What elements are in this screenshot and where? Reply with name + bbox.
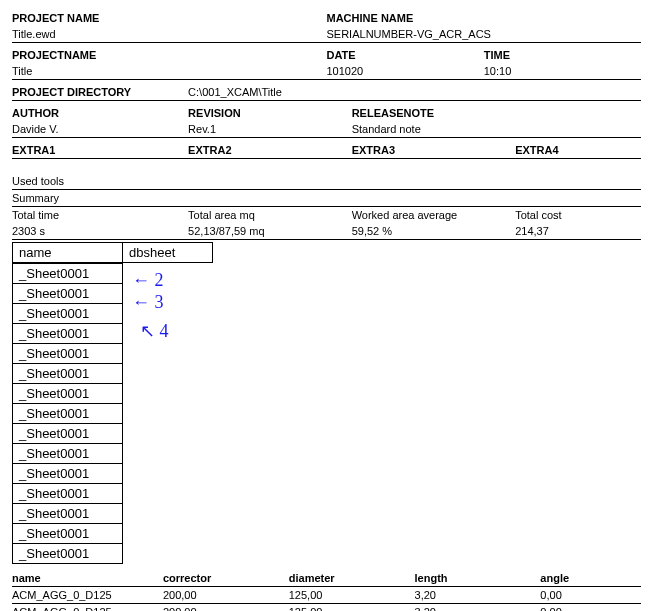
sheet-row-cell: _Sheet0001: [13, 404, 123, 424]
project-name-value: Title.ewd: [12, 28, 327, 40]
author-value: Davide V.: [12, 123, 188, 135]
summary-label: Summary: [12, 192, 641, 204]
machine-name-value: SERIALNUMBER-VG_ACR_ACS: [327, 28, 642, 40]
extra-row: EXTRA1 EXTRA2 EXTRA3 EXTRA4: [12, 142, 641, 159]
annotation-3: ← 3: [132, 292, 164, 313]
tools-cell-diameter: 125,00: [289, 606, 415, 611]
tools-cell-name: ACM_AGG_0_D125: [12, 589, 163, 601]
table-row: _Sheet0001: [13, 384, 123, 404]
tools-cell-corrector: 200,00: [163, 606, 289, 611]
header-row-1-values: Title.ewd SERIALNUMBER-VG_ACR_ACS: [12, 26, 641, 43]
sheet-name-header: name: [13, 243, 123, 263]
total-time-value: 2303 s: [12, 225, 188, 237]
machine-name-label: MACHINE NAME: [327, 12, 642, 24]
total-time-label: Total time: [12, 209, 188, 221]
table-row: _Sheet0001: [13, 424, 123, 444]
revision-value: Rev.1: [188, 123, 352, 135]
tools-body: ACM_AGG_0_D125200,00125,003,200,00ACM_AG…: [12, 587, 641, 611]
revision-label: REVISION: [188, 107, 352, 119]
extra2-label: EXTRA2: [188, 144, 352, 156]
tools-cell-length: 3,20: [415, 606, 541, 611]
annotation-4: ↖ 4: [140, 320, 169, 342]
summary-label-row: Summary: [12, 190, 641, 207]
tools-cell-name: ACM_AGG_0_D125: [12, 606, 163, 611]
table-row: _Sheet0001: [13, 284, 123, 304]
tools-cell-diameter: 125,00: [289, 589, 415, 601]
sheet-row-cell: _Sheet0001: [13, 344, 123, 364]
extra1-label: EXTRA1: [12, 144, 188, 156]
table-row: _Sheet0001: [13, 464, 123, 484]
projectname2-label: PROJECTNAME: [12, 49, 327, 61]
header-row-2-values: Title 101020 10:10: [12, 63, 641, 80]
sheet-row-cell: _Sheet0001: [13, 464, 123, 484]
date-label: DATE: [327, 49, 484, 61]
table-row: _Sheet0001: [13, 304, 123, 324]
table-row: _Sheet0001: [13, 364, 123, 384]
table-row: _Sheet0001: [13, 264, 123, 284]
sheet-row-cell: _Sheet0001: [13, 424, 123, 444]
tools-row: ACM_AGG_0_D125200,00125,003,200,00: [12, 604, 641, 611]
sheet-table-wrap: name dbsheet _Sheet0001_Sheet0001_Sheet0…: [12, 242, 641, 564]
tools-row: ACM_AGG_0_D125200,00125,003,200,00: [12, 587, 641, 604]
tools-cell-angle: 0,00: [540, 589, 641, 601]
project-dir-row: PROJECT DIRECTORY C:\001_XCAM\Title: [12, 84, 641, 101]
table-row: _Sheet0001: [13, 524, 123, 544]
summary-headers: Total time Total area mq Worked area ave…: [12, 207, 641, 223]
sheet-row-cell: _Sheet0001: [13, 304, 123, 324]
tools-cell-length: 3,20: [415, 589, 541, 601]
tools-header-row: name corrector diameter length angle: [12, 570, 641, 587]
projectname2-value: Title: [12, 65, 327, 77]
sheet-row-cell: _Sheet0001: [13, 284, 123, 304]
project-dir-label: PROJECT DIRECTORY: [12, 86, 188, 98]
sheet-row-cell: _Sheet0001: [13, 324, 123, 344]
author-label: AUTHOR: [12, 107, 188, 119]
table-row: _Sheet0001: [13, 444, 123, 464]
tools-cell-corrector: 200,00: [163, 589, 289, 601]
total-cost-label: Total cost: [515, 209, 641, 221]
author-row-labels: AUTHOR REVISION RELEASENOTE: [12, 105, 641, 121]
sheet-body-table: _Sheet0001_Sheet0001_Sheet0001_Sheet0001…: [12, 263, 123, 564]
sheet-row-cell: _Sheet0001: [13, 384, 123, 404]
used-tools-label: Used tools: [12, 175, 641, 187]
project-dir-value: C:\001_XCAM\Title: [188, 86, 641, 98]
sheet-row-cell: _Sheet0001: [13, 544, 123, 564]
summary-values: 2303 s 52,13/87,59 mq 59,52 % 214,37: [12, 223, 641, 240]
tools-diameter-header: diameter: [289, 572, 415, 584]
header-row-1-labels: PROJECT NAME MACHINE NAME: [12, 10, 641, 26]
tools-angle-header: angle: [540, 572, 641, 584]
annotation-2: ← 2: [132, 270, 164, 291]
author-row-values: Davide V. Rev.1 Standard note: [12, 121, 641, 138]
total-area-label: Total area mq: [188, 209, 352, 221]
sheet-row-cell: _Sheet0001: [13, 504, 123, 524]
worked-area-label: Worked area average: [352, 209, 516, 221]
total-area-value: 52,13/87,59 mq: [188, 225, 352, 237]
sheet-db-header: dbsheet: [123, 243, 213, 263]
tools-cell-angle: 0,00: [540, 606, 641, 611]
tools-name-header: name: [12, 572, 163, 584]
time-value: 10:10: [484, 65, 641, 77]
table-row: _Sheet0001: [13, 544, 123, 564]
used-tools-row: Used tools: [12, 173, 641, 190]
extra3-label: EXTRA3: [352, 144, 516, 156]
time-label: TIME: [484, 49, 641, 61]
releasenote-value: Standard note: [352, 123, 641, 135]
table-row: _Sheet0001: [13, 344, 123, 364]
header-row-2-labels: PROJECTNAME DATE TIME: [12, 47, 641, 63]
table-row: _Sheet0001: [13, 404, 123, 424]
tools-length-header: length: [415, 572, 541, 584]
sheet-row-cell: _Sheet0001: [13, 444, 123, 464]
sheet-row-cell: _Sheet0001: [13, 484, 123, 504]
sheet-row-cell: _Sheet0001: [13, 264, 123, 284]
tools-corrector-header: corrector: [163, 572, 289, 584]
sheet-row-cell: _Sheet0001: [13, 364, 123, 384]
table-row: _Sheet0001: [13, 504, 123, 524]
project-name-label: PROJECT NAME: [12, 12, 327, 24]
total-cost-value: 214,37: [515, 225, 641, 237]
date-value: 101020: [327, 65, 484, 77]
table-row: _Sheet0001: [13, 484, 123, 504]
sheet-row-cell: _Sheet0001: [13, 524, 123, 544]
releasenote-label: RELEASENOTE: [352, 107, 641, 119]
extra4-label: EXTRA4: [515, 144, 641, 156]
sheet-header-table: name dbsheet: [12, 242, 213, 263]
worked-area-value: 59,52 %: [352, 225, 516, 237]
